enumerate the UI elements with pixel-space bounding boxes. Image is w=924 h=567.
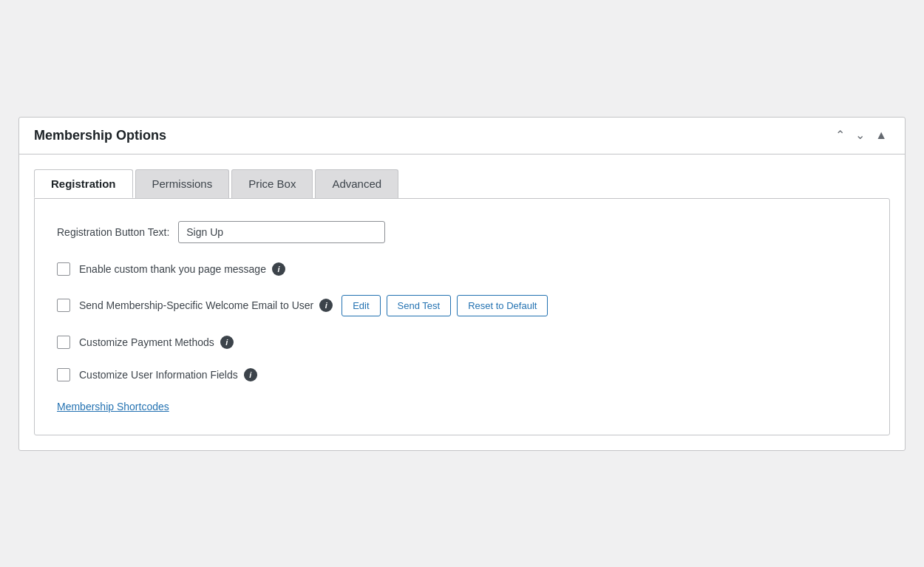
welcome-email-checkbox[interactable] xyxy=(57,299,70,312)
tab-advanced[interactable]: Advanced xyxy=(315,169,398,198)
custom-thank-you-row: Enable custom thank you page message i xyxy=(57,262,867,276)
tab-permissions[interactable]: Permissions xyxy=(135,169,230,198)
welcome-email-info-icon[interactable]: i xyxy=(319,299,333,312)
panel-body: Registration Permissions Price Box Advan… xyxy=(19,155,905,450)
panel-title: Membership Options xyxy=(34,128,166,143)
tab-content-registration: Registration Button Text: Enable custom … xyxy=(34,198,890,435)
welcome-email-row: Send Membership-Specific Welcome Email t… xyxy=(57,295,867,316)
membership-options-panel: Membership Options ⌃ ⌄ ▲ Registration Pe… xyxy=(18,117,906,451)
panel-header: Membership Options ⌃ ⌄ ▲ xyxy=(19,118,905,155)
user-info-fields-checkbox[interactable] xyxy=(57,368,70,381)
tabs-nav: Registration Permissions Price Box Advan… xyxy=(34,169,890,198)
shortcodes-link-row: Membership Shortcodes xyxy=(57,401,867,412)
panel-controls: ⌃ ⌄ ▲ xyxy=(832,128,890,143)
reset-to-default-button[interactable]: Reset to Default xyxy=(457,295,548,316)
user-info-fields-label: Customize User Information Fields i xyxy=(79,368,257,381)
payment-methods-text: Customize Payment Methods xyxy=(79,336,214,348)
membership-shortcodes-link[interactable]: Membership Shortcodes xyxy=(57,401,169,412)
payment-methods-label: Customize Payment Methods i xyxy=(79,336,234,349)
custom-thank-you-checkbox[interactable] xyxy=(57,262,70,276)
payment-methods-row: Customize Payment Methods i xyxy=(57,336,867,349)
user-info-fields-row: Customize User Information Fields i xyxy=(57,368,867,381)
custom-thank-you-text: Enable custom thank you page message xyxy=(79,263,266,275)
payment-methods-checkbox[interactable] xyxy=(57,336,70,349)
send-test-button[interactable]: Send Test xyxy=(387,295,452,316)
registration-button-text-row: Registration Button Text: xyxy=(57,221,867,243)
welcome-email-action-buttons: Edit Send Test Reset to Default xyxy=(342,295,548,316)
move-down-button[interactable]: ⌄ xyxy=(852,128,868,143)
user-info-fields-text: Customize User Information Fields xyxy=(79,369,238,381)
tab-price-box[interactable]: Price Box xyxy=(231,169,313,198)
custom-thank-you-label: Enable custom thank you page message i xyxy=(79,262,285,276)
payment-methods-info-icon[interactable]: i xyxy=(220,336,234,349)
collapse-button[interactable]: ▲ xyxy=(872,128,890,143)
edit-button[interactable]: Edit xyxy=(342,295,380,316)
registration-button-text-input[interactable] xyxy=(178,221,385,243)
move-up-button[interactable]: ⌃ xyxy=(832,128,848,143)
registration-button-text-label: Registration Button Text: xyxy=(57,226,169,238)
welcome-email-label: Send Membership-Specific Welcome Email t… xyxy=(79,299,333,312)
welcome-email-text: Send Membership-Specific Welcome Email t… xyxy=(79,299,313,311)
custom-thank-you-info-icon[interactable]: i xyxy=(272,262,285,276)
tab-registration[interactable]: Registration xyxy=(34,169,133,198)
user-info-fields-info-icon[interactable]: i xyxy=(244,368,257,381)
